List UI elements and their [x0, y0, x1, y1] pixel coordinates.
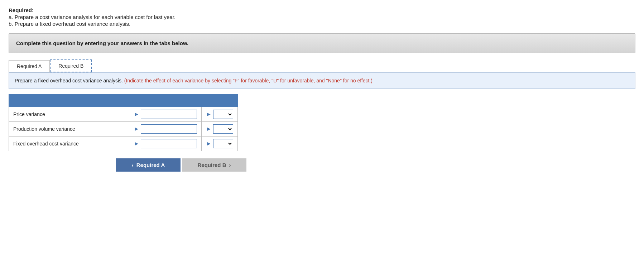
variance-table: Price variance ► ► F U None [9, 94, 238, 151]
tab-required-a[interactable]: Required A [9, 60, 50, 72]
fixed-effect-arrow: ► [206, 140, 212, 147]
price-effect-arrow: ► [206, 111, 212, 118]
required-item-b: b. Prepare a fixed overhead cost varianc… [9, 21, 635, 27]
col-header-value [129, 94, 202, 107]
instruction-text: Complete this question by entering your … [16, 40, 188, 46]
row-label-price: Price variance [9, 107, 129, 122]
fixed-value-cell: ► [129, 137, 202, 151]
required-section: Required: a. Prepare a cost variance ana… [9, 7, 635, 27]
fixed-value-input[interactable] [141, 139, 197, 148]
fixed-effect-select[interactable]: F U None [213, 139, 233, 148]
col-header-effect [202, 94, 238, 107]
price-effect-select[interactable]: F U None [213, 110, 233, 119]
tab-b-label: Required B [58, 63, 83, 69]
price-value-cell: ► [129, 107, 202, 122]
next-arrow-icon: › [229, 162, 231, 168]
prev-arrow-icon: ‹ [132, 162, 134, 168]
price-value-input[interactable] [141, 110, 197, 119]
production-effect-select[interactable]: F U None [213, 124, 233, 134]
instruction-box: Complete this question by entering your … [9, 33, 635, 53]
fixed-arrow-left: ► [134, 140, 139, 147]
required-label: Required: [9, 7, 34, 13]
tab-content: Prepare a fixed overhead cost variance a… [9, 72, 635, 89]
tab-content-main: Prepare a fixed overhead cost variance a… [15, 78, 124, 83]
row-label-fixed: Fixed overhead cost variance [9, 137, 129, 151]
production-effect-cell: ► F U None [202, 122, 238, 137]
nav-buttons: ‹ Required A Required B › [116, 158, 635, 172]
tab-required-b[interactable]: Required B [50, 59, 92, 72]
fixed-effect-cell: ► F U None [202, 137, 238, 151]
production-value-cell: ► [129, 122, 202, 137]
prev-required-a-button[interactable]: ‹ Required A [116, 158, 181, 172]
table-row: Production volume variance ► ► F U None [9, 122, 238, 137]
price-effect-cell: ► F U None [202, 107, 238, 122]
required-item-a: a. Prepare a cost variance analysis for … [9, 14, 635, 20]
tabs-container: Required A Required B [9, 59, 635, 72]
production-arrow-left: ► [134, 126, 139, 132]
price-arrow-left: ► [134, 111, 139, 118]
tab-a-label: Required A [17, 63, 42, 69]
production-value-input[interactable] [141, 124, 197, 134]
prev-button-label: Required A [136, 162, 165, 168]
table-row: Fixed overhead cost variance ► ► F U Non… [9, 137, 238, 151]
col-header-label [9, 94, 129, 107]
next-required-b-button[interactable]: Required B › [182, 158, 246, 172]
next-button-label: Required B [197, 162, 226, 168]
tab-content-red: (Indicate the effect of each variance by… [124, 78, 373, 83]
production-effect-arrow: ► [206, 126, 212, 132]
table-row: Price variance ► ► F U None [9, 107, 238, 122]
row-label-production: Production volume variance [9, 122, 129, 137]
